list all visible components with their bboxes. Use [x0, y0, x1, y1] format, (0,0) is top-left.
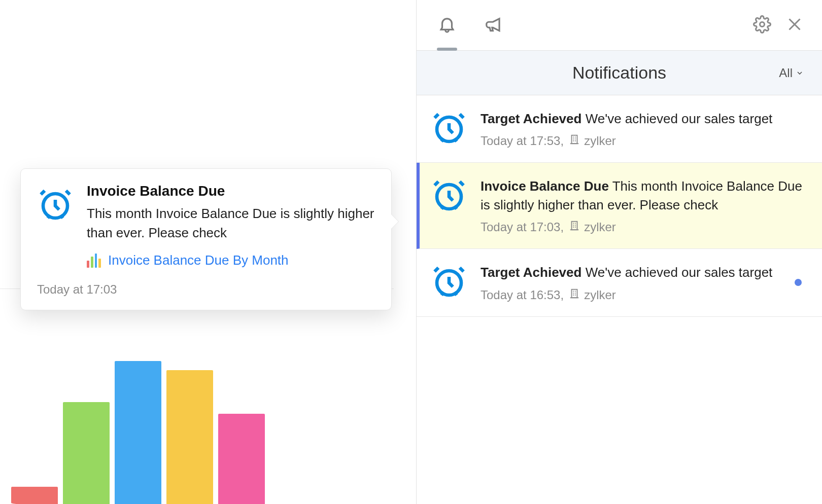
- megaphone-icon: [484, 15, 503, 36]
- panel-toolbar: [417, 0, 822, 51]
- notification-org: zylker: [569, 134, 616, 148]
- svg-rect-7: [572, 289, 577, 298]
- popup-chart-link[interactable]: Invoice Balance Due By Month: [108, 253, 289, 268]
- tab-notifications[interactable]: [435, 9, 459, 42]
- notification-detail-popup: Invoice Balance Due This month Invoice B…: [20, 168, 392, 310]
- building-icon: [569, 220, 580, 234]
- tab-announcements[interactable]: [482, 9, 506, 42]
- notification-title: Invoice Balance Due: [481, 178, 609, 194]
- chevron-down-icon: [796, 66, 804, 80]
- gear-icon: [753, 15, 771, 35]
- notification-title: Target Achieved: [481, 111, 581, 126]
- notification-item[interactable]: Target Achieved We've achieved our sales…: [417, 95, 822, 163]
- notification-text: Invoice Balance Due This month Invoice B…: [481, 177, 804, 214]
- bar-chart: [11, 325, 265, 504]
- notification-meta: Today at 17:53,zylker: [481, 134, 804, 148]
- notification-org: zylker: [569, 220, 616, 234]
- close-button[interactable]: [785, 15, 804, 35]
- chart-bar: [63, 402, 110, 504]
- chart-bar: [115, 361, 161, 504]
- filter-dropdown[interactable]: All: [779, 66, 804, 80]
- building-icon: [569, 134, 580, 148]
- notification-meta: Today at 16:53,zylker: [481, 288, 804, 302]
- notification-time: Today at 17:03,: [481, 220, 564, 234]
- settings-button[interactable]: [753, 15, 771, 35]
- popup-timestamp: Today at 17:03: [37, 282, 375, 297]
- svg-point-1: [760, 22, 765, 26]
- alarm-clock-icon: [431, 110, 467, 146]
- panel-title: Notifications: [572, 63, 666, 83]
- notification-title: Target Achieved: [481, 265, 581, 280]
- svg-rect-5: [572, 222, 577, 230]
- notification-time: Today at 16:53,: [481, 288, 564, 302]
- unread-dot: [795, 279, 802, 286]
- notification-message: We've achieved our sales target: [586, 265, 773, 280]
- chart-bar: [166, 370, 213, 504]
- alarm-clock-icon: [431, 263, 467, 300]
- chart-bar: [11, 487, 58, 505]
- notifications-panel: Notifications All Target Achieved We've …: [416, 0, 822, 504]
- close-icon: [785, 15, 804, 35]
- main-content: Invoice Balance Due This month Invoice B…: [0, 0, 416, 504]
- alarm-clock-icon: [431, 177, 467, 213]
- alarm-clock-icon: [37, 186, 74, 223]
- notification-text: Target Achieved We've achieved our sales…: [481, 263, 804, 281]
- notification-item[interactable]: Invoice Balance Due This month Invoice B…: [417, 163, 822, 249]
- notification-item[interactable]: Target Achieved We've achieved our sales…: [417, 249, 822, 316]
- bell-icon: [437, 15, 457, 36]
- filter-label: All: [779, 66, 793, 80]
- panel-header: Notifications All: [417, 51, 822, 95]
- notifications-list: Target Achieved We've achieved our sales…: [417, 95, 822, 504]
- bar-chart-icon: [87, 254, 101, 268]
- notification-org: zylker: [569, 288, 616, 302]
- notification-text: Target Achieved We've achieved our sales…: [481, 110, 804, 128]
- svg-rect-3: [572, 135, 577, 144]
- popup-description: This month Invoice Balance Due is slight…: [87, 204, 375, 242]
- notification-message: We've achieved our sales target: [586, 111, 773, 126]
- building-icon: [569, 288, 580, 302]
- popup-title: Invoice Balance Due: [87, 183, 375, 199]
- chart-bar: [218, 414, 265, 505]
- notification-time: Today at 17:53,: [481, 134, 564, 148]
- notification-meta: Today at 17:03,zylker: [481, 220, 804, 234]
